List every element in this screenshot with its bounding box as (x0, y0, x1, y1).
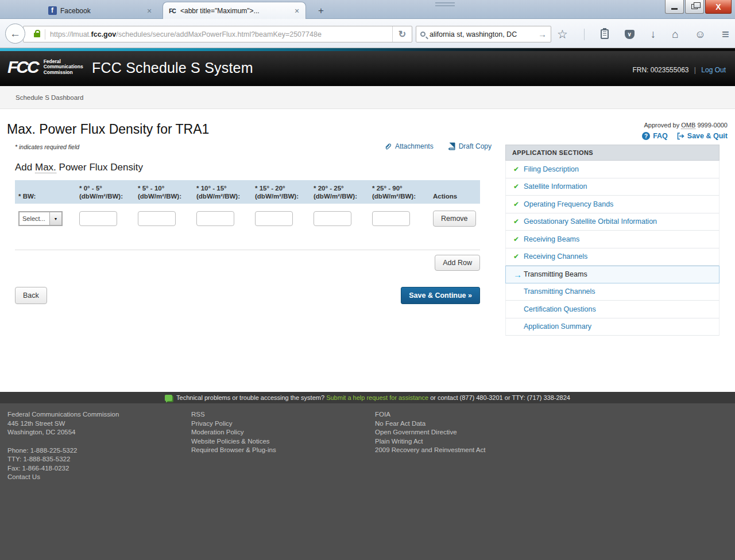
browser-nav-bar: ← https://lmuat.fcc.gov/schedules/secure… (0, 19, 735, 48)
contact-us-link[interactable]: Contact Us (7, 473, 119, 482)
sidebar-item-satellite-information[interactable]: ✔ Satellite Information (505, 178, 719, 196)
add-row-button[interactable]: Add Row (435, 255, 480, 271)
input-25-90[interactable] (372, 211, 410, 226)
help-bar: Technical problems or trouble accessing … (0, 392, 735, 403)
tab-active-fcc[interactable]: FC <abbr title="Maximum">... × (163, 2, 306, 20)
paperclip-icon (384, 142, 392, 150)
footer-links-column-3: FOIA No Fear Act Data Open Government Di… (375, 410, 485, 455)
footer-fax: Fax: 1-866-418-0232 (7, 464, 119, 473)
url-prefix: https://lmuat. (50, 30, 91, 38)
input-10-15[interactable] (196, 211, 234, 226)
divider (15, 250, 480, 250)
power-flux-table: * BW: * 0° - 5°(dbW/m²/BW): * 5° - 10°(d… (15, 180, 480, 271)
footer-links-column-2: RSS Privacy Policy Moderation Policy Web… (191, 410, 276, 455)
help-request-link[interactable]: Submit a help request for assistance (326, 394, 428, 401)
tab-facebook[interactable]: f Facebook × (43, 2, 158, 19)
close-button[interactable]: X (705, 0, 732, 14)
reload-button[interactable]: ↻ (392, 26, 412, 42)
current-arrow-icon: → (513, 270, 524, 279)
reading-list-icon[interactable] (601, 29, 609, 39)
draft-copy-link[interactable]: Draft Copy (448, 142, 492, 150)
back-button[interactable]: Back (15, 287, 47, 304)
footer-org: Federal Communications Commission (7, 410, 119, 419)
sidebar-item-receiving-beams[interactable]: ✔ Receiving Beams (505, 231, 719, 248)
check-icon: ✔ (513, 183, 524, 190)
sidebar-item-operating-frequency-bands[interactable]: ✔ Operating Frequency Bands (505, 196, 719, 213)
input-15-20[interactable] (255, 211, 293, 226)
input-20-25[interactable] (314, 211, 351, 226)
faq-link[interactable]: ?FAQ (642, 132, 668, 140)
fcc-logo[interactable]: FCC Federal Communications Commission (7, 57, 83, 77)
browser-tab-bar: f Facebook × FC <abbr title="Maximum">..… (0, 0, 735, 19)
search-bar[interactable]: alifornia st, washington, DC → (416, 26, 551, 42)
footer-city: Washington, DC 20554 (7, 428, 119, 437)
lock-icon (34, 33, 40, 37)
menu-hamburger-icon[interactable]: ≡ (722, 28, 729, 41)
sidebar-item-geostationary-orbital-info[interactable]: ✔ Geostationary Satellite Orbital Inform… (505, 213, 719, 231)
breadcrumb-dashboard-link[interactable]: Schedule S Dashboard (16, 94, 83, 101)
downloads-icon[interactable]: ↓ (651, 29, 656, 40)
back-nav-button[interactable]: ← (5, 24, 25, 44)
sidebar-item-application-summary[interactable]: Application Summary (505, 318, 719, 336)
bw-select-value[interactable]: Select... (20, 212, 49, 225)
input-0-5[interactable] (79, 211, 117, 226)
check-icon: ✔ (513, 218, 524, 225)
share-smiley-icon[interactable]: ☺ (695, 29, 706, 40)
bw-select[interactable]: Select... ▼ (18, 211, 63, 226)
cell-15-20 (255, 211, 314, 226)
max-abbr: Max. (35, 162, 56, 173)
fcc-logo-text: FCC (7, 57, 38, 77)
tab-close-icon[interactable]: × (145, 6, 153, 15)
input-5-10[interactable] (138, 211, 176, 226)
footer-street: 445 12th Street SW (7, 419, 119, 429)
url-input[interactable]: https://lmuat.fcc.gov/schedules/secure/a… (50, 30, 392, 38)
privacy-policy-link[interactable]: Privacy Policy (191, 419, 276, 429)
cell-5-10 (138, 211, 196, 226)
cell-20-25 (314, 211, 372, 226)
omb-abbr: OMB (681, 122, 695, 129)
cell-0-5 (79, 211, 138, 226)
column-header-bw: * BW: (15, 185, 79, 200)
logout-link[interactable]: Log Out (701, 66, 726, 74)
attachments-link[interactable]: Attachments (384, 142, 434, 150)
foia-link[interactable]: FOIA (375, 410, 485, 419)
home-icon[interactable]: ⌂ (672, 29, 678, 40)
no-fear-act-link[interactable]: No Fear Act Data (375, 419, 485, 429)
facebook-icon: f (48, 6, 57, 15)
moderation-policy-link[interactable]: Moderation Policy (191, 428, 276, 437)
remove-row-button[interactable]: Remove (433, 211, 476, 227)
minimize-button[interactable] (665, 0, 684, 14)
save-continue-button[interactable]: Save & Continue » (401, 287, 480, 304)
website-policies-link[interactable]: Website Policies & Notices (191, 437, 276, 446)
column-header-15-20: * 15° - 20°(dbW/m²/BW): (255, 185, 314, 200)
search-input[interactable]: alifornia st, washington, DC (430, 30, 538, 38)
book-icon (448, 142, 456, 150)
column-header-20-25: * 20° - 25°(dbW/m²/BW): (314, 185, 372, 200)
sidebar-item-receiving-channels[interactable]: ✔ Receiving Channels (505, 248, 719, 266)
page-title: Max. Power Flux Density for TRA1 (7, 122, 209, 137)
sidebar-item-filing-description[interactable]: ✔ Filing Description (505, 161, 719, 178)
open-government-link[interactable]: Open Government Directive (375, 428, 485, 437)
url-path: /schedules/secure/addMaxPowerFlux.html?b… (116, 30, 322, 38)
url-bar[interactable]: https://lmuat.fcc.gov/schedules/secure/a… (23, 26, 412, 42)
search-go-icon[interactable]: → (538, 29, 547, 39)
agency-name: Federal Communications Commission (44, 59, 83, 76)
sidebar-item-transmitting-channels[interactable]: Transmitting Channels (505, 283, 719, 301)
sidebar-item-certification-questions[interactable]: Certification Questions (505, 301, 719, 318)
plain-writing-link[interactable]: Plain Writing Act (375, 437, 485, 446)
sidebar-item-transmitting-beams[interactable]: → Transmitting Beams (505, 266, 719, 283)
rss-link[interactable]: RSS (191, 410, 276, 419)
chevron-down-icon[interactable]: ▼ (49, 212, 61, 225)
restore-button[interactable] (685, 0, 704, 14)
required-browser-link[interactable]: Required Browser & Plug-ins (191, 446, 276, 455)
new-tab-button[interactable]: + (313, 4, 329, 18)
chat-icon (165, 395, 172, 401)
recovery-act-link[interactable]: 2009 Recovery and Reinvestment Act (375, 446, 485, 455)
header-accent-line (0, 48, 735, 51)
column-header-25-90: * 25° - 90°(dbW/m²/BW): (372, 185, 431, 200)
tab-close-icon[interactable]: × (293, 6, 301, 15)
pocket-icon[interactable]: ∨ (625, 30, 635, 39)
bookmark-star-icon[interactable]: ☆ (557, 28, 568, 40)
breadcrumb-bar: Schedule S Dashboard (0, 86, 735, 109)
save-quit-link[interactable]: Save & Quit (677, 132, 728, 140)
